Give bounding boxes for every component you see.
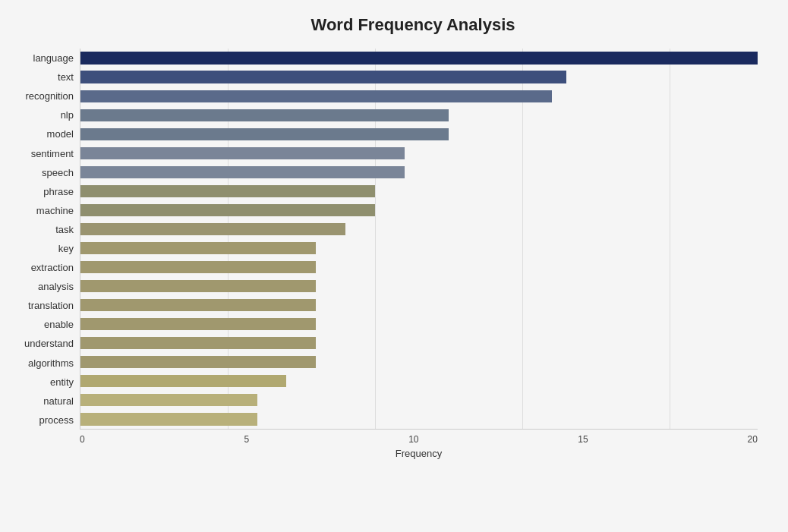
y-label: model [47,129,74,139]
y-label: task [55,225,74,235]
bar-row [80,353,758,371]
bar-row [80,410,758,428]
y-label: machine [36,206,74,216]
y-label: key [58,244,74,253]
bar [80,413,257,425]
bar [80,71,566,83]
chart-container: Word Frequency Analysis languagetextreco… [0,0,788,532]
bars-plot [80,49,758,430]
y-label: speech [42,168,74,178]
x-axis-label: 10 [408,434,418,445]
y-label: natural [43,396,74,406]
bar-row [80,372,758,390]
bar [80,52,758,64]
bar [80,166,405,178]
bar-row [80,201,758,219]
bar [80,242,316,254]
x-axis-label: 20 [748,434,758,445]
bar [80,337,316,349]
bar-row [80,220,758,238]
x-axis-title: Frequency [80,448,758,459]
bar-row [80,144,758,162]
bar-row [80,182,758,200]
bar-row [80,258,758,276]
bar [80,223,345,235]
y-label: language [33,53,74,63]
bar [80,318,316,330]
bar-row [80,106,758,124]
bar-row [80,296,758,314]
y-label: recognition [25,91,74,101]
y-label: nlp [61,110,74,120]
bar-row [80,315,758,333]
bar [80,185,375,197]
bar-row [80,334,758,352]
bar [80,109,449,121]
x-axis-labels: 05101520 [80,434,758,445]
bar-row [80,49,758,68]
bar [80,375,286,387]
y-label: algorithms [28,358,74,368]
bar-row [80,87,758,105]
chart-title: Word Frequency Analysis [8,15,758,35]
chart-area: languagetextrecognitionnlpmodelsentiment… [8,49,758,459]
bar [80,147,405,159]
bar-row [80,391,758,409]
y-label: translation [28,301,74,310]
y-label: analysis [38,282,74,291]
y-labels: languagetextrecognitionnlpmodelsentiment… [8,49,80,430]
y-label: process [39,415,74,425]
bar [80,128,449,140]
x-axis-label: 5 [244,434,250,445]
bar [80,356,316,368]
bar [80,299,316,311]
bar [80,394,257,406]
bar [80,261,316,273]
bar-row [80,239,758,257]
bar [80,204,375,216]
bar-row [80,68,758,87]
y-label: entity [50,377,74,387]
bars-section: languagetextrecognitionnlpmodelsentiment… [8,49,758,430]
bar-row [80,163,758,181]
y-label: text [58,72,74,82]
x-axis-label: 15 [578,434,588,445]
y-label: understand [24,338,74,348]
y-label: enable [44,320,74,329]
y-label: extraction [31,263,74,272]
y-label: phrase [43,187,74,197]
x-axis: 05101520 [80,430,758,445]
bar-row [80,277,758,295]
bar [80,90,552,102]
x-axis-label: 0 [80,434,85,445]
y-label: sentiment [31,149,74,159]
bar-row [80,125,758,143]
bar [80,280,316,292]
